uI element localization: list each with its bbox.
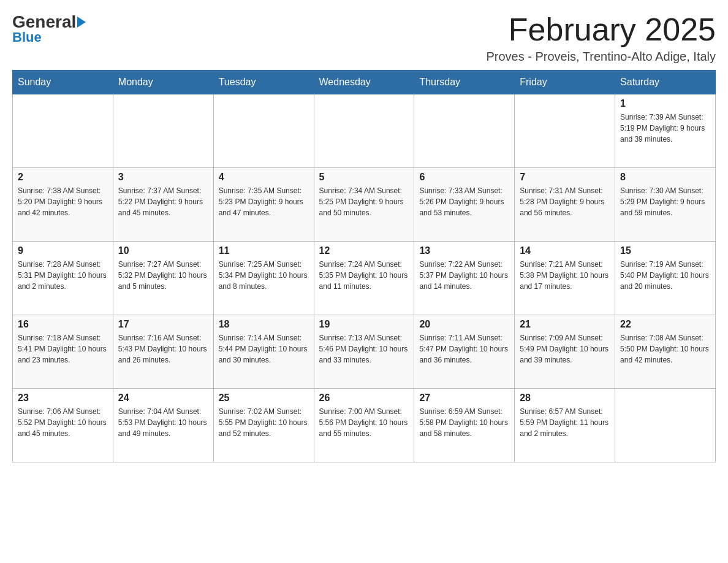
day-number: 20 — [419, 319, 509, 330]
day-number: 8 — [620, 172, 710, 183]
day-info: Sunrise: 7:09 AM Sunset: 5:49 PM Dayligh… — [520, 332, 610, 366]
day-info: Sunrise: 7:24 AM Sunset: 5:35 PM Dayligh… — [319, 259, 409, 292]
logo-arrow-icon — [77, 17, 86, 28]
weekday-header-sunday: Sunday — [13, 71, 113, 94]
calendar-cell: 16Sunrise: 7:18 AM Sunset: 5:41 PM Dayli… — [13, 315, 113, 389]
day-info: Sunrise: 7:06 AM Sunset: 5:52 PM Dayligh… — [18, 406, 108, 439]
calendar-cell: 28Sunrise: 6:57 AM Sunset: 5:59 PM Dayli… — [515, 389, 615, 462]
day-number: 7 — [520, 172, 610, 183]
day-info: Sunrise: 7:25 AM Sunset: 5:34 PM Dayligh… — [219, 259, 309, 292]
weekday-header-friday: Friday — [515, 71, 615, 94]
location-subtitle: Proves - Proveis, Trentino-Alto Adige, I… — [486, 50, 716, 64]
day-number: 10 — [118, 245, 208, 256]
day-number: 22 — [620, 319, 710, 330]
calendar-cell: 27Sunrise: 6:59 AM Sunset: 5:58 PM Dayli… — [414, 389, 515, 462]
day-number: 28 — [520, 393, 610, 404]
day-info: Sunrise: 7:19 AM Sunset: 5:40 PM Dayligh… — [620, 259, 710, 292]
day-info: Sunrise: 7:08 AM Sunset: 5:50 PM Dayligh… — [620, 332, 710, 366]
day-number: 15 — [620, 245, 710, 256]
calendar-cell: 3Sunrise: 7:37 AM Sunset: 5:22 PM Daylig… — [113, 168, 213, 242]
day-info: Sunrise: 6:59 AM Sunset: 5:58 PM Dayligh… — [419, 406, 509, 439]
day-info: Sunrise: 7:22 AM Sunset: 5:37 PM Dayligh… — [419, 259, 509, 292]
day-number: 3 — [118, 172, 208, 183]
day-info: Sunrise: 7:39 AM Sunset: 5:19 PM Dayligh… — [620, 112, 710, 145]
calendar-cell — [314, 94, 414, 168]
calendar-cell: 24Sunrise: 7:04 AM Sunset: 5:53 PM Dayli… — [113, 389, 213, 462]
day-info: Sunrise: 7:37 AM Sunset: 5:22 PM Dayligh… — [118, 185, 208, 218]
calendar-week-1: 1Sunrise: 7:39 AM Sunset: 5:19 PM Daylig… — [13, 94, 716, 168]
calendar-cell: 4Sunrise: 7:35 AM Sunset: 5:23 PM Daylig… — [213, 168, 314, 242]
day-number: 17 — [118, 319, 208, 330]
day-number: 11 — [219, 245, 309, 256]
month-title: February 2025 — [486, 12, 716, 47]
calendar-week-5: 23Sunrise: 7:06 AM Sunset: 5:52 PM Dayli… — [13, 389, 716, 462]
day-number: 18 — [219, 319, 309, 330]
day-info: Sunrise: 6:57 AM Sunset: 5:59 PM Dayligh… — [520, 406, 610, 439]
day-number: 26 — [319, 393, 409, 404]
weekday-header-saturday: Saturday — [615, 71, 716, 94]
calendar-cell — [13, 94, 113, 168]
calendar-cell: 20Sunrise: 7:11 AM Sunset: 5:47 PM Dayli… — [414, 315, 515, 389]
calendar-cell — [615, 389, 716, 462]
day-number: 24 — [118, 393, 208, 404]
calendar-week-2: 2Sunrise: 7:38 AM Sunset: 5:20 PM Daylig… — [13, 168, 716, 242]
day-number: 27 — [419, 393, 509, 404]
day-info: Sunrise: 7:00 AM Sunset: 5:56 PM Dayligh… — [319, 406, 409, 439]
day-info: Sunrise: 7:14 AM Sunset: 5:44 PM Dayligh… — [219, 332, 309, 366]
calendar-cell: 25Sunrise: 7:02 AM Sunset: 5:55 PM Dayli… — [213, 389, 314, 462]
day-number: 19 — [319, 319, 409, 330]
calendar-cell: 2Sunrise: 7:38 AM Sunset: 5:20 PM Daylig… — [13, 168, 113, 242]
day-info: Sunrise: 7:34 AM Sunset: 5:25 PM Dayligh… — [319, 185, 409, 218]
calendar-cell: 18Sunrise: 7:14 AM Sunset: 5:44 PM Dayli… — [213, 315, 314, 389]
day-info: Sunrise: 7:21 AM Sunset: 5:38 PM Dayligh… — [520, 259, 610, 292]
calendar-cell: 12Sunrise: 7:24 AM Sunset: 5:35 PM Dayli… — [314, 242, 414, 315]
day-number: 13 — [419, 245, 509, 256]
calendar-cell: 8Sunrise: 7:30 AM Sunset: 5:29 PM Daylig… — [615, 168, 716, 242]
day-number: 5 — [319, 172, 409, 183]
calendar-cell: 1Sunrise: 7:39 AM Sunset: 5:19 PM Daylig… — [615, 94, 716, 168]
day-info: Sunrise: 7:02 AM Sunset: 5:55 PM Dayligh… — [219, 406, 309, 439]
page-header: General Blue February 2025 Proves - Prov… — [12, 12, 716, 64]
calendar-cell — [515, 94, 615, 168]
calendar-cell — [113, 94, 213, 168]
logo-blue: Blue — [12, 29, 42, 45]
day-info: Sunrise: 7:38 AM Sunset: 5:20 PM Dayligh… — [18, 185, 108, 218]
day-info: Sunrise: 7:27 AM Sunset: 5:32 PM Dayligh… — [118, 259, 208, 292]
calendar-cell: 14Sunrise: 7:21 AM Sunset: 5:38 PM Dayli… — [515, 242, 615, 315]
calendar-week-3: 9Sunrise: 7:28 AM Sunset: 5:31 PM Daylig… — [13, 242, 716, 315]
day-info: Sunrise: 7:33 AM Sunset: 5:26 PM Dayligh… — [419, 185, 509, 218]
weekday-header-monday: Monday — [113, 71, 213, 94]
day-info: Sunrise: 7:30 AM Sunset: 5:29 PM Dayligh… — [620, 185, 710, 218]
day-number: 14 — [520, 245, 610, 256]
day-info: Sunrise: 7:11 AM Sunset: 5:47 PM Dayligh… — [419, 332, 509, 366]
day-number: 12 — [319, 245, 409, 256]
day-info: Sunrise: 7:04 AM Sunset: 5:53 PM Dayligh… — [118, 406, 208, 439]
day-number: 21 — [520, 319, 610, 330]
calendar-cell: 5Sunrise: 7:34 AM Sunset: 5:25 PM Daylig… — [314, 168, 414, 242]
calendar-cell: 23Sunrise: 7:06 AM Sunset: 5:52 PM Dayli… — [13, 389, 113, 462]
day-number: 1 — [620, 98, 710, 109]
day-info: Sunrise: 7:16 AM Sunset: 5:43 PM Dayligh… — [118, 332, 208, 366]
day-number: 16 — [18, 319, 108, 330]
title-area: February 2025 Proves - Proveis, Trentino… — [486, 12, 716, 64]
calendar-table: SundayMondayTuesdayWednesdayThursdayFrid… — [12, 70, 716, 462]
day-info: Sunrise: 7:31 AM Sunset: 5:28 PM Dayligh… — [520, 185, 610, 218]
calendar-cell: 15Sunrise: 7:19 AM Sunset: 5:40 PM Dayli… — [615, 242, 716, 315]
day-info: Sunrise: 7:18 AM Sunset: 5:41 PM Dayligh… — [18, 332, 108, 366]
day-number: 2 — [18, 172, 108, 183]
day-info: Sunrise: 7:28 AM Sunset: 5:31 PM Dayligh… — [18, 259, 108, 292]
weekday-header-wednesday: Wednesday — [314, 71, 414, 94]
calendar-cell: 13Sunrise: 7:22 AM Sunset: 5:37 PM Dayli… — [414, 242, 515, 315]
calendar-cell — [414, 94, 515, 168]
logo: General Blue — [12, 12, 87, 45]
calendar-cell: 17Sunrise: 7:16 AM Sunset: 5:43 PM Dayli… — [113, 315, 213, 389]
day-number: 6 — [419, 172, 509, 183]
calendar-cell: 19Sunrise: 7:13 AM Sunset: 5:46 PM Dayli… — [314, 315, 414, 389]
day-number: 4 — [219, 172, 309, 183]
day-number: 9 — [18, 245, 108, 256]
day-number: 25 — [219, 393, 309, 404]
weekday-header-tuesday: Tuesday — [213, 71, 314, 94]
calendar-cell: 9Sunrise: 7:28 AM Sunset: 5:31 PM Daylig… — [13, 242, 113, 315]
calendar-week-4: 16Sunrise: 7:18 AM Sunset: 5:41 PM Dayli… — [13, 315, 716, 389]
calendar-cell: 21Sunrise: 7:09 AM Sunset: 5:49 PM Dayli… — [515, 315, 615, 389]
